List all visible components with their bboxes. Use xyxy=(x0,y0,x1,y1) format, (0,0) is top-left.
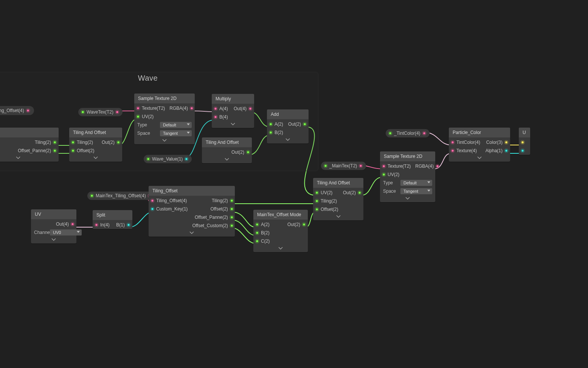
property-pill-wave-value[interactable]: Wave_Value(1) xyxy=(144,155,192,163)
expand-toggle[interactable] xyxy=(31,237,76,243)
output-port[interactable] xyxy=(230,207,233,211)
output-port[interactable] xyxy=(303,123,306,126)
input-port[interactable] xyxy=(315,208,318,211)
node-title[interactable]: Sample Texture 2D xyxy=(380,151,435,161)
input-port[interactable] xyxy=(95,223,98,226)
port-label: Out(2) xyxy=(288,122,301,127)
port-label: UV(2) xyxy=(142,114,154,119)
node-partial-right[interactable]: U xyxy=(519,128,530,155)
output-port[interactable] xyxy=(53,149,56,152)
node-tiling-and-offset-1[interactable]: Tiling And Offset Tiling(2) Offset(2) Ou… xyxy=(69,128,122,162)
input-port[interactable] xyxy=(71,141,74,144)
port-label: RGBA(4) xyxy=(169,106,188,111)
property-pill-wavetex[interactable]: WaveTex(T2) xyxy=(78,108,123,116)
node-add[interactable]: Add A(2) B(2) Out(2) xyxy=(267,109,309,143)
node-title[interactable]: Sample Texture 2D xyxy=(134,94,195,103)
dropdown-type[interactable]: Default xyxy=(160,122,192,128)
input-port[interactable] xyxy=(382,165,385,168)
input-port[interactable] xyxy=(151,199,154,202)
node-title[interactable]: MainTex_Offset Mode xyxy=(253,210,308,220)
node-title[interactable]: Tiling_Offset xyxy=(149,186,235,196)
dropdown-space[interactable]: Tangent xyxy=(160,130,192,136)
input-port[interactable] xyxy=(137,115,140,118)
node-multiply[interactable]: Multiply A(4) B(4) Out(4) xyxy=(212,94,254,128)
input-port[interactable] xyxy=(382,173,385,176)
port-label: B(2) xyxy=(261,230,270,235)
node-title[interactable]: Tiling And Offset xyxy=(313,178,363,188)
input-port[interactable] xyxy=(451,149,454,152)
expand-toggle[interactable] xyxy=(380,195,435,202)
input-port[interactable] xyxy=(256,240,259,243)
node-title[interactable]: Tiling And Offset xyxy=(69,128,122,137)
node-title[interactable]: Add xyxy=(267,109,309,119)
output-port[interactable] xyxy=(117,141,120,144)
property-pill-maintex-tiling-offset[interactable]: MainTex_Tiling_Offset(4) xyxy=(87,192,155,200)
node-tiling-offset-custom[interactable]: Tiling_Offset Tiling_Offset(4) Custom_Ke… xyxy=(149,186,235,237)
node-tiling-and-offset-3[interactable]: Tiling And Offset UV(2) Tiling(2) Offset… xyxy=(313,178,363,220)
output-port[interactable] xyxy=(358,191,361,194)
input-port[interactable] xyxy=(256,223,259,226)
output-port[interactable] xyxy=(230,216,233,219)
output-port[interactable] xyxy=(230,224,233,227)
input-port[interactable] xyxy=(269,123,272,126)
node-title[interactable]: Split xyxy=(93,210,132,220)
expand-toggle[interactable] xyxy=(449,155,510,162)
output-port[interactable] xyxy=(247,151,250,154)
property-pill-wave-tiling-offset[interactable]: e_Tiling_Offset(4) xyxy=(0,106,34,115)
node-title[interactable]: Multiply xyxy=(212,94,254,104)
input-port[interactable] xyxy=(521,141,524,144)
input-port[interactable] xyxy=(214,107,217,110)
input-port[interactable] xyxy=(269,131,272,134)
output-port[interactable] xyxy=(436,165,439,168)
node-maintex-offset-mode[interactable]: MainTex_Offset Mode A(2) B(2) C(2) Out(2… xyxy=(253,210,308,252)
dropdown-type[interactable]: Default xyxy=(400,180,432,186)
node-title[interactable]: UV xyxy=(31,209,76,219)
expand-toggle[interactable] xyxy=(149,230,235,237)
input-port[interactable] xyxy=(256,231,259,234)
node-partial-left[interactable]: t fset(4) Tiling(2) Offset_Panne(2) xyxy=(0,128,59,162)
output-port[interactable] xyxy=(127,223,130,226)
output-port[interactable] xyxy=(190,107,193,110)
node-sample-texture-2d-main[interactable]: Sample Texture 2D Texture(T2) UV(2) RGBA… xyxy=(380,151,435,202)
node-graph-canvas[interactable]: Wave e_Tiling_Offset(4) WaveTex(T2) Wave… xyxy=(0,0,588,368)
expand-toggle[interactable] xyxy=(313,214,363,220)
node-title[interactable]: Particle_Color xyxy=(449,128,510,137)
expand-toggle[interactable] xyxy=(253,245,308,252)
port-label: Tiling(2) xyxy=(35,140,51,145)
expand-toggle[interactable] xyxy=(212,121,254,128)
expand-toggle[interactable] xyxy=(69,155,122,162)
node-title[interactable]: t xyxy=(0,128,59,137)
node-title[interactable]: U xyxy=(519,128,530,137)
node-particle-color[interactable]: Particle_Color TintColor(4) Texture(4) C… xyxy=(449,128,510,162)
output-port[interactable] xyxy=(505,141,508,144)
output-port[interactable] xyxy=(505,149,508,152)
input-port[interactable] xyxy=(71,149,74,152)
output-port[interactable] xyxy=(230,199,233,202)
expand-toggle[interactable] xyxy=(267,137,309,143)
output-port[interactable] xyxy=(249,107,252,110)
input-port[interactable] xyxy=(151,207,154,211)
expand-toggle[interactable] xyxy=(0,155,59,162)
input-port[interactable] xyxy=(451,141,454,144)
output-port[interactable] xyxy=(303,223,306,226)
node-title[interactable]: Tiling And Offset xyxy=(202,137,252,147)
expand-toggle[interactable] xyxy=(134,137,195,144)
node-uv[interactable]: UV Out(4) Channe UV0 xyxy=(31,209,76,243)
port-label: In(4) xyxy=(100,222,110,228)
output-port[interactable] xyxy=(53,141,56,144)
input-port[interactable] xyxy=(315,191,318,194)
node-tiling-and-offset-2[interactable]: Tiling And Offset Out(2) xyxy=(202,137,252,163)
input-port[interactable] xyxy=(521,149,524,152)
node-sample-texture-2d-wave[interactable]: Sample Texture 2D Texture(T2) UV(2) RGBA… xyxy=(134,94,195,144)
node-split[interactable]: Split In(4) B(1) xyxy=(93,210,132,229)
pill-label: MainTex_Tiling_Offset(4) xyxy=(96,193,146,198)
property-pill-tintcolor[interactable]: _TintColor(4) xyxy=(386,129,430,137)
input-port[interactable] xyxy=(315,200,318,203)
dropdown-space[interactable]: Tangent xyxy=(400,188,432,194)
property-pill-maintex[interactable]: _MainTex(T2) xyxy=(321,162,366,170)
expand-toggle[interactable] xyxy=(202,156,252,163)
dropdown-channel[interactable]: UV0 xyxy=(50,229,82,235)
output-port[interactable] xyxy=(71,223,74,226)
input-port[interactable] xyxy=(214,115,217,119)
input-port[interactable] xyxy=(137,107,140,110)
